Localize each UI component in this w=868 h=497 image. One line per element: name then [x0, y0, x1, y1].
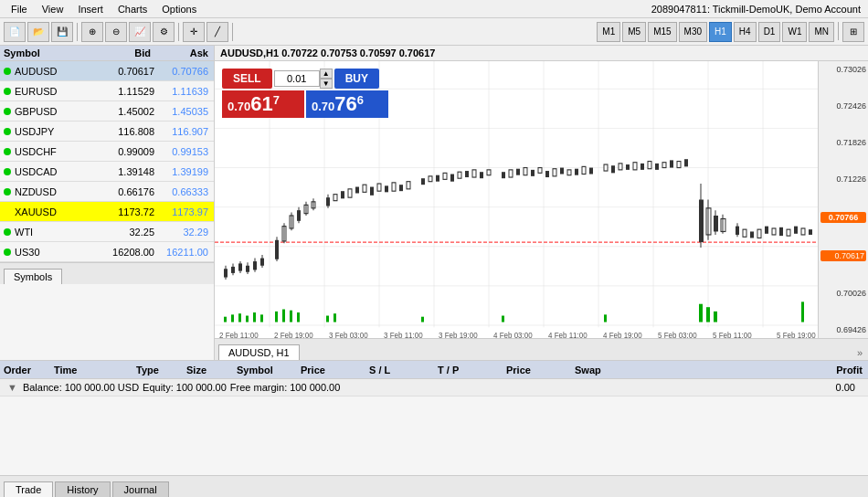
svg-rect-116	[275, 312, 278, 323]
menu-options[interactable]: Options	[154, 4, 204, 15]
svg-rect-123	[502, 316, 504, 323]
zoom-out-btn[interactable]: ⊖	[105, 22, 127, 42]
symbol-ask: 1.11639	[154, 86, 214, 97]
symbol-row[interactable]: USDCHF 0.99009 0.99153	[0, 142, 214, 162]
new-chart-btn[interactable]: 📄	[4, 22, 26, 42]
symbol-row[interactable]: NZDUSD 0.66176 0.66333	[0, 182, 214, 202]
svg-rect-61	[465, 171, 469, 177]
chart-more-btn[interactable]: »	[852, 345, 868, 360]
svg-rect-59	[450, 174, 454, 182]
sell-price-display: 0.70617	[222, 90, 304, 118]
symbol-panel: Symbol Bid Ask AUDUSD 0.70617 0.70766 EU…	[0, 46, 215, 360]
sep1	[77, 23, 78, 41]
svg-rect-101	[750, 231, 754, 238]
symbol-row[interactable]: GBPUSD 1.45002 1.45035	[0, 101, 214, 122]
template-btn[interactable]: ⚙	[153, 22, 175, 42]
symbol-header: Symbol Bid Ask	[0, 46, 214, 61]
open-btn[interactable]: 📂	[27, 22, 49, 42]
chart-tab-audusd[interactable]: AUDUSD, H1	[218, 344, 300, 360]
tf-w1[interactable]: W1	[782, 22, 807, 42]
tf-m15[interactable]: M15	[648, 22, 676, 42]
zoom-in-btn[interactable]: ⊕	[81, 22, 103, 42]
symbol-bid: 1.39148	[86, 166, 154, 177]
svg-rect-128	[801, 301, 804, 322]
tab-trade[interactable]: Trade	[4, 481, 53, 497]
svg-rect-115	[260, 314, 263, 322]
svg-rect-69	[531, 170, 535, 176]
svg-rect-127	[714, 312, 717, 323]
symbol-name: EURUSD	[15, 86, 86, 97]
svg-rect-88	[677, 162, 681, 168]
symbol-bid: 0.66176	[86, 186, 154, 197]
current-price-label: 0.70766	[820, 212, 866, 223]
symbol-dot	[4, 168, 11, 175]
symbol-name: GBPUSD	[15, 106, 86, 117]
menu-file[interactable]: File	[4, 4, 35, 15]
line-btn[interactable]: ╱	[206, 22, 228, 42]
lot-up-btn[interactable]: ▲	[320, 69, 333, 79]
svg-rect-118	[290, 311, 292, 323]
main-layout: Symbol Bid Ask AUDUSD 0.70617 0.70766 EU…	[0, 46, 868, 497]
tf-m30[interactable]: M30	[679, 22, 707, 42]
balance-arrow: ▼	[7, 382, 17, 393]
price-scale: 0.73026 0.72426 0.71826 0.71226 0.70766 …	[818, 61, 868, 338]
order-col-size: Size	[183, 363, 233, 377]
tf-h4[interactable]: H4	[734, 22, 757, 42]
price-level-5: 0.70617	[820, 250, 866, 261]
symbols-tab-bar: Symbols	[0, 262, 214, 284]
grid-btn[interactable]: ⊞	[842, 22, 864, 42]
tf-m5[interactable]: M5	[622, 22, 646, 42]
svg-rect-122	[421, 317, 424, 323]
svg-rect-53	[399, 185, 403, 191]
symbol-name: WTI	[15, 227, 86, 238]
svg-rect-77	[589, 168, 593, 174]
tf-h1[interactable]: H1	[709, 22, 732, 42]
symbol-row[interactable]: WTI 32.25 32.29	[0, 222, 214, 242]
tab-history[interactable]: History	[55, 481, 110, 497]
menu-view[interactable]: View	[35, 4, 71, 15]
sep3	[232, 23, 233, 41]
tf-m1[interactable]: M1	[597, 22, 620, 42]
svg-rect-121	[333, 313, 336, 322]
price-level-1: 0.73026	[820, 65, 866, 74]
tab-journal[interactable]: Journal	[112, 481, 169, 497]
symbol-dot	[4, 88, 11, 95]
svg-text:2 Feb 19:00: 2 Feb 19:00	[274, 330, 313, 338]
svg-text:5 Feb 11:00: 5 Feb 11:00	[713, 330, 752, 338]
symbol-row[interactable]: EURUSD 1.11529 1.11639	[0, 81, 214, 101]
svg-rect-79	[611, 165, 615, 173]
balance-text: Balance: 100 000.00 USD	[23, 382, 139, 393]
svg-rect-85	[655, 164, 659, 170]
tf-d1[interactable]: D1	[758, 22, 781, 42]
buy-button[interactable]: BUY	[334, 69, 379, 89]
svg-rect-74	[567, 170, 571, 175]
svg-rect-47	[355, 187, 359, 194]
svg-rect-104	[772, 228, 776, 235]
menu-insert[interactable]: Insert	[70, 4, 111, 15]
symbol-row[interactable]: USDCAD 1.39148 1.39199	[0, 162, 214, 182]
tab-symbols[interactable]: Symbols	[4, 269, 62, 284]
sell-button[interactable]: SELL	[222, 69, 272, 89]
chart-container[interactable]: SELL ▲ ▼ BUY 0.70617	[215, 61, 868, 338]
symbol-row[interactable]: XAUUSD 1173.72 1173.97	[0, 202, 214, 222]
symbol-row[interactable]: USDJPY 116.808 116.907	[0, 122, 214, 142]
svg-rect-111	[231, 314, 234, 322]
symbol-bid: 0.70617	[86, 66, 154, 77]
symbol-row[interactable]: AUDUSD 0.70617 0.70766	[0, 61, 214, 81]
svg-rect-67	[516, 169, 520, 175]
col-symbol: Symbol	[0, 46, 86, 60]
order-col-price2: Price	[503, 363, 571, 377]
equity-text: Equity: 100 000.00	[143, 382, 227, 393]
crosshair-btn[interactable]: ✛	[183, 22, 205, 42]
indicators-btn[interactable]: 📈	[129, 22, 151, 42]
lot-input[interactable]	[274, 70, 320, 87]
symbol-bid: 116.808	[86, 126, 154, 137]
menu-charts[interactable]: Charts	[111, 4, 154, 15]
symbol-list: AUDUSD 0.70617 0.70766 EURUSD 1.11529 1.…	[0, 61, 214, 262]
tf-mn[interactable]: MN	[809, 22, 834, 42]
symbol-bid: 1173.72	[86, 206, 154, 217]
lot-down-btn[interactable]: ▼	[320, 79, 333, 89]
save-btn[interactable]: 💾	[51, 22, 73, 42]
symbol-row[interactable]: US30 16208.00 16211.00	[0, 242, 214, 262]
svg-rect-109	[809, 229, 812, 235]
